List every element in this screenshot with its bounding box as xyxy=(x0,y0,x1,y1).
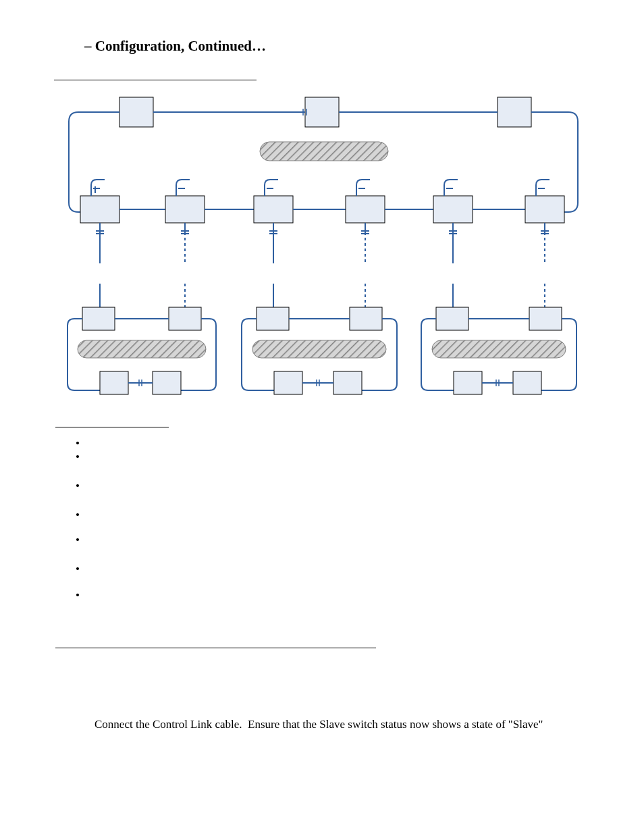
underline-rule-1 xyxy=(54,80,257,80)
section-heading: – Configuration, Continued… xyxy=(84,38,266,55)
cable-bundle-top xyxy=(260,142,388,161)
bullet-dot-icon: • xyxy=(76,534,89,546)
svg-rect-67 xyxy=(252,340,386,358)
bullet-dot-icon: • xyxy=(76,509,89,521)
svg-rect-65 xyxy=(350,307,382,330)
bullet-dot-icon: • xyxy=(76,480,89,492)
svg-rect-75 xyxy=(436,307,468,330)
svg-rect-11 xyxy=(80,196,119,223)
svg-rect-68 xyxy=(274,371,302,394)
svg-rect-76 xyxy=(529,307,562,330)
svg-rect-58 xyxy=(153,371,181,394)
row-2 xyxy=(80,180,564,263)
svg-rect-18 xyxy=(165,196,205,223)
svg-rect-3 xyxy=(305,97,339,127)
underline-rule-bullets xyxy=(55,427,169,427)
svg-rect-32 xyxy=(346,196,385,223)
svg-rect-25 xyxy=(254,196,293,223)
svg-rect-79 xyxy=(454,371,482,394)
bullet-dot-icon: • xyxy=(76,451,89,463)
svg-rect-45 xyxy=(525,196,564,223)
topology-diagram xyxy=(54,88,591,409)
svg-rect-39 xyxy=(433,196,473,223)
svg-rect-80 xyxy=(513,371,541,394)
cluster-2 xyxy=(242,284,397,394)
bullet-dot-icon: • xyxy=(76,438,89,449)
svg-rect-69 xyxy=(333,371,362,394)
cluster-1 xyxy=(68,284,216,394)
svg-rect-54 xyxy=(169,307,201,330)
underline-rule-2 xyxy=(55,648,376,648)
page: – Configuration, Continued… xyxy=(0,0,644,834)
bullet-list: • • • • • • • xyxy=(76,438,89,601)
svg-rect-53 xyxy=(82,307,115,330)
body-paragraph: Connect the Control Link cable. Ensure t… xyxy=(95,718,543,731)
bullet-dot-icon: • xyxy=(76,590,89,601)
svg-rect-64 xyxy=(257,307,289,330)
topology-svg xyxy=(54,88,591,409)
svg-rect-4 xyxy=(498,97,531,127)
bullet-dot-icon: • xyxy=(76,563,89,575)
cluster-3 xyxy=(421,284,576,394)
svg-rect-2 xyxy=(119,97,153,127)
svg-rect-78 xyxy=(432,340,566,358)
svg-rect-57 xyxy=(100,371,128,394)
svg-rect-56 xyxy=(78,340,206,358)
